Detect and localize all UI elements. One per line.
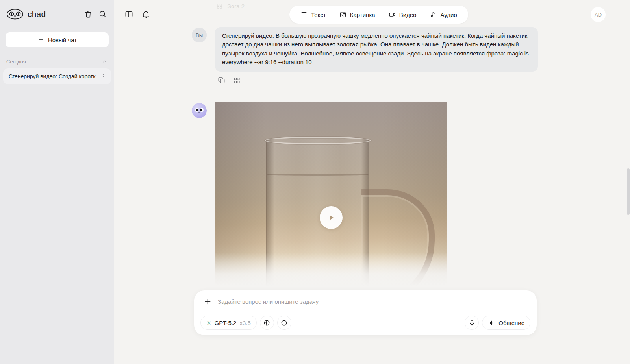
microphone-button[interactable] xyxy=(465,316,479,330)
composer-toolbar: ✳ GPT-5.2 x3.5 xyxy=(200,316,530,330)
sidebar-actions xyxy=(84,10,107,18)
assistant-face-icon xyxy=(192,103,207,118)
user-message-avatar: Вы xyxy=(192,28,207,42)
notifications-button[interactable] xyxy=(141,10,150,19)
composer: Задайте вопрос или опишите задачу ✳ GPT-… xyxy=(194,290,537,335)
model-selector[interactable]: ✳ GPT-5.2 x3.5 xyxy=(200,316,257,330)
scrollbar-thumb[interactable] xyxy=(627,168,630,215)
search-chats-button[interactable] xyxy=(98,10,107,18)
image-icon xyxy=(339,11,346,18)
toggle-sidebar-button[interactable] xyxy=(124,10,133,19)
audio-icon xyxy=(430,11,437,18)
globe-icon xyxy=(280,319,288,327)
sidebar-header: chad xyxy=(0,0,114,28)
app-window: chad Новый чат xyxy=(0,0,630,364)
copy-icon xyxy=(218,76,226,84)
sidebar: chad Новый чат xyxy=(0,0,114,364)
water-line xyxy=(267,174,369,176)
sidebar-toggle-icon xyxy=(124,10,133,19)
more-apps-button[interactable] xyxy=(233,76,241,84)
chevron-up-icon xyxy=(102,58,108,65)
plus-icon xyxy=(204,297,212,306)
text-icon xyxy=(300,11,308,18)
delete-chats-button[interactable] xyxy=(84,10,93,18)
openai-logo-icon: ✳ xyxy=(206,320,211,326)
chat-history-item[interactable]: Сгенерируй видео: Создай коротк... xyxy=(3,68,111,84)
copy-message-button[interactable] xyxy=(218,76,226,84)
trash-icon xyxy=(84,10,93,18)
generated-video-thumbnail[interactable] xyxy=(215,102,447,286)
model-multiplier: x3.5 xyxy=(239,320,250,326)
chat-options-button[interactable] xyxy=(98,73,108,79)
voice-mode-button[interactable]: Общение xyxy=(482,316,530,330)
brand-title: chad xyxy=(28,9,46,19)
tab-audio-label: Аудио xyxy=(440,11,457,18)
microphone-icon xyxy=(468,319,476,327)
video-icon xyxy=(389,11,396,18)
deep-thinking-icon xyxy=(263,319,271,327)
waveform-icon xyxy=(488,319,495,327)
history-section-header: Сегодня xyxy=(6,58,108,65)
play-button[interactable] xyxy=(320,206,343,229)
plus-icon xyxy=(37,36,44,43)
composer-input-row: Задайте вопрос или опишите задачу xyxy=(204,297,527,306)
tab-audio[interactable]: Аудио xyxy=(430,11,457,18)
search-icon xyxy=(98,10,107,18)
apps-grid-icon xyxy=(216,3,223,9)
chat-history-item-title: Сгенерируй видео: Создай коротк... xyxy=(9,73,98,79)
attach-button[interactable] xyxy=(204,297,212,306)
message-actions xyxy=(218,76,241,84)
scrolled-model-row: Sora 2 xyxy=(216,3,245,9)
message-input[interactable]: Задайте вопрос или опишите задачу xyxy=(218,298,527,305)
play-icon xyxy=(327,213,335,222)
tab-video[interactable]: Видео xyxy=(389,11,417,18)
kebab-menu-icon xyxy=(100,73,106,79)
glass-rim xyxy=(265,137,371,144)
chad-logo-icon[interactable] xyxy=(6,8,24,20)
collapse-section-button[interactable] xyxy=(102,58,108,65)
user-message-bubble: Сгенерируй видео: В большую прозрачную ч… xyxy=(215,27,538,72)
new-chat-button[interactable]: Новый чат xyxy=(6,32,109,47)
tab-video-label: Видео xyxy=(399,11,417,18)
account-avatar[interactable]: AD xyxy=(591,7,606,22)
grid-icon xyxy=(233,77,241,84)
deep-thinking-button[interactable] xyxy=(260,316,274,330)
new-chat-label: Новый чат xyxy=(48,37,77,43)
mode-tabs: Текст Картинка Видео Аудио xyxy=(289,6,468,24)
scrolled-model-label: Sora 2 xyxy=(227,3,245,9)
tab-image[interactable]: Картинка xyxy=(339,11,375,18)
tab-text-label: Текст xyxy=(311,11,326,18)
web-search-button[interactable] xyxy=(277,316,291,330)
assistant-avatar xyxy=(192,103,207,118)
bell-icon xyxy=(141,10,150,19)
voice-mode-label: Общение xyxy=(498,320,524,326)
video-bottom-fade xyxy=(215,253,447,286)
model-name: GPT-5.2 xyxy=(215,320,237,326)
tab-image-label: Картинка xyxy=(350,11,375,18)
section-label: Сегодня xyxy=(6,59,26,65)
tab-text[interactable]: Текст xyxy=(300,11,326,18)
